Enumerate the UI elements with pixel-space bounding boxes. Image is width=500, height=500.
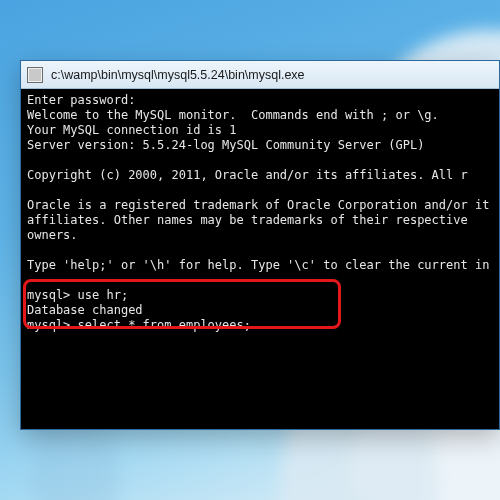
- app-icon: [27, 67, 43, 83]
- mysql-console-window[interactable]: c:\wamp\bin\mysql\mysql5.5.24\bin\mysql.…: [20, 60, 500, 430]
- terminal-output[interactable]: Enter password: Welcome to the MySQL mon…: [21, 89, 499, 429]
- window-title: c:\wamp\bin\mysql\mysql5.5.24\bin\mysql.…: [51, 68, 305, 82]
- window-titlebar[interactable]: c:\wamp\bin\mysql\mysql5.5.24\bin\mysql.…: [21, 61, 499, 89]
